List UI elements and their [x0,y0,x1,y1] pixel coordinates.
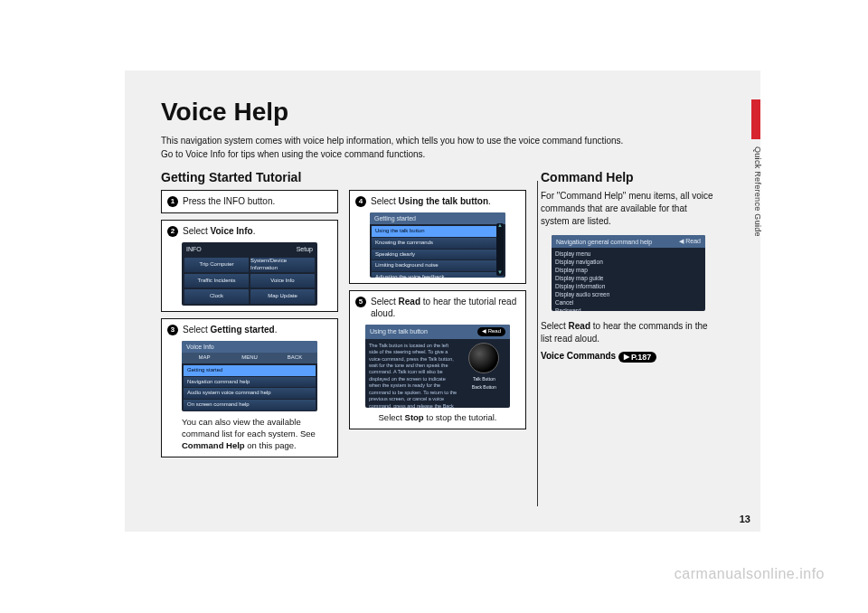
info-cell: Voice Info [250,274,315,288]
intro-text: This navigation system comes with voice … [161,134,723,161]
cmd-row: Display menu [555,250,702,257]
step-4-row: Using the talk button [372,226,504,237]
step-3-row: Audio system voice command help [184,388,316,399]
step-3-box: 3 Select Getting started. Voice Info MAP… [161,318,338,457]
step-3-note: You can also view the available command … [182,417,328,451]
step-4-row: Limiting background noise [372,260,504,271]
step-3-screenshot: Voice Info MAP MENU BACK Getting started… [182,341,317,411]
step-5-box: 5 Select Read to hear the tutorial read … [349,290,526,429]
step-2-suffix: . [253,226,256,236]
step-5-caption: Select Stop to stop the tutorial. [355,412,520,423]
step-3-screen-header: Voice Info [182,341,317,353]
step-2-bold: Voice Info [211,226,253,236]
step-5-screen-header: Using the talk button [370,327,428,335]
step-3-row: Navigation command help [184,377,316,388]
page-content: Voice Help This navigation system comes … [161,98,723,495]
page-ref-pill: ▶P.187 [618,352,656,363]
cmd-row: Cancel [555,299,702,306]
step-3-row: Getting started [184,365,316,376]
cmd-outro-bold: Read [569,321,590,331]
step-5-caption-post: to stop the tutorial. [424,412,497,422]
step-5-read-chip: ◀ Read [477,327,505,336]
step-2-bullet: 2 [167,226,178,237]
cmd-read-chip: ◀ Read [679,238,701,245]
cmd-screen-header: Navigation general command help [556,239,652,245]
step-5-prefix: Select [371,297,399,306]
command-help-intro: For "Command Help" menu items, all voice… [541,190,716,228]
step-5-screen-body: The Talk button is located on the left s… [369,343,458,408]
step-5-read-label: Read [488,328,501,334]
step-4-row: Speaking clearly [372,250,504,260]
command-help-outro: Select Read to hear the commands in the … [541,320,716,345]
info-cell: Trip Computer [184,258,249,272]
step-5-caption-bold: Stop [405,412,424,422]
step-4-screenshot: Getting started Using the talk button Kn… [370,212,505,278]
voice-commands-ref-label: Voice Commands [541,351,616,361]
section-tab-red [751,99,760,139]
cmd-row: Display map guide [555,275,702,281]
triangle-icon: ▶ [624,353,629,361]
step-4-box: 4 Select Using the talk button. Getting … [349,190,526,284]
column-divider [537,181,538,506]
command-help-heading: Command Help [541,170,716,184]
step-5-side-2: Back Button [472,385,496,391]
step-4-suffix: . [488,196,491,206]
step-4-bullet: 4 [355,196,366,207]
step-4-scrollbar [496,223,504,276]
cmd-read-label: Read [685,238,701,244]
step-3-bold: Getting started [211,325,275,335]
intro-line-2: Go to Voice Info for tips when using the… [161,147,723,161]
cmd-row: Display map [555,267,702,273]
info-cell: Clock [184,289,249,304]
step-3-text: Select Getting started. [183,324,277,335]
step-2-screen-topleft: INFO [186,245,202,253]
step-1-text: Press the INFO button. [183,195,275,207]
step-3-note-post: on this page. [245,440,297,450]
step-3-tab: MENU [227,353,272,363]
step-4-prefix: Select [371,196,399,206]
page-number: 13 [740,514,750,524]
info-cell: System/Device Information [250,258,315,272]
voice-commands-ref: Voice Commands ▶P.187 [541,351,716,363]
footer-watermark: carmanualsonline.info [675,566,825,582]
step-3-prefix: Select [183,325,211,335]
step-1-box: 1 Press the INFO button. [161,190,338,213]
step-3-suffix: . [275,325,278,335]
step-3-tab: BACK [272,353,317,363]
talk-button-illustration [468,343,499,373]
cmd-row: Display information [555,283,702,289]
command-help-screenshot: Navigation general command help ◀ Read D… [552,235,705,311]
cmd-row: Display navigation [555,259,702,265]
step-5-bold: Read [399,297,420,306]
step-4-bold: Using the talk button [399,196,488,206]
step-2-text: Select Voice Info. [183,225,255,237]
step-3-tab: MAP [182,353,227,363]
step-2-screenshot: INFO Setup Trip Computer System/Device I… [182,242,317,306]
column-middle: 4 Select Using the talk button. Getting … [349,170,526,495]
step-2-box: 2 Select Voice Info. INFO Setup Trip Com… [161,220,338,312]
page-title: Voice Help [161,98,723,127]
step-3-bullet: 3 [167,325,178,335]
step-4-screen-header: Getting started [370,212,505,224]
step-4-row: Adjusting the voice feedback [372,272,504,278]
step-5-side-1: Talk Button [473,377,495,382]
intro-line-1: This navigation system comes with voice … [161,134,723,147]
column-right: Command Help For "Command Help" menu ite… [537,170,716,495]
page-ref-text: P.187 [631,353,651,362]
step-1-bullet: 1 [167,196,178,207]
step-5-screenshot: Using the talk button ◀ Read The Talk bu… [365,325,510,408]
info-cell: Map Update [250,289,315,304]
step-3-row: On screen command help [184,400,316,410]
step-4-row: Knowing the commands [372,238,504,249]
cmd-row: Backward [555,307,702,311]
step-5-text: Select Read to hear the tutorial read al… [371,296,520,319]
step-3-note-pre: You can also view the available command … [182,417,316,439]
info-cell: Traffic Incidents [184,274,249,288]
column-left: Getting Started Tutorial 1 Press the INF… [161,170,338,495]
step-2-prefix: Select [183,226,211,236]
step-5-caption-pre: Select [379,412,405,422]
step-3-note-bold: Command Help [182,440,245,450]
step-2-screen-topright: Setup [297,245,313,253]
step-4-text: Select Using the talk button. [371,195,491,207]
section-side-label: Quick Reference Guide [753,146,762,237]
